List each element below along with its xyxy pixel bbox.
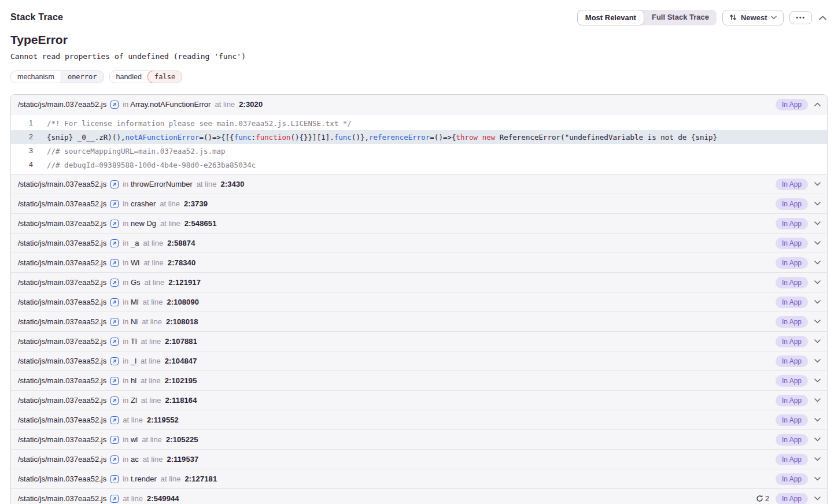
external-link-icon[interactable]	[110, 416, 119, 424]
in-label: in	[123, 357, 128, 365]
external-link-icon[interactable]	[110, 455, 119, 464]
frame-chevron-icon[interactable]	[814, 182, 821, 186]
frame-chevron-icon[interactable]	[814, 320, 821, 324]
frame-function-wrap: in Tl	[123, 337, 136, 346]
external-link-icon[interactable]	[110, 377, 119, 385]
frame-chevron-icon[interactable]	[814, 398, 821, 402]
external-link-icon[interactable]	[110, 239, 119, 247]
frame-module: /static/js/main.037eaa52.js	[18, 376, 106, 385]
external-link-icon[interactable]	[110, 357, 119, 365]
frame-header-row[interactable]: /static/js/main.037eaa52.js at line 2:11…	[11, 410, 827, 429]
at-line-label: at line	[141, 396, 161, 405]
code-token: func	[234, 133, 252, 142]
frame-chevron-icon[interactable]	[814, 202, 821, 206]
frame-header-row[interactable]: /static/js/main.037eaa52.js in throwErro…	[11, 175, 827, 194]
tag-handled[interactable]: handled false	[109, 71, 183, 83]
frame-header-row[interactable]: /static/js/main.037eaa52.js in Wi at lin…	[11, 253, 827, 272]
frame-header-row[interactable]: /static/js/main.037eaa52.js in wl at lin…	[11, 430, 827, 449]
external-link-icon[interactable]	[110, 101, 119, 109]
external-link-icon[interactable]	[110, 200, 119, 208]
frame-info: /static/js/main.037eaa52.js in ac at lin…	[18, 455, 198, 464]
external-link-icon[interactable]	[110, 180, 119, 188]
frame-info: /static/js/main.037eaa52.js in crasher a…	[18, 199, 208, 208]
line-number: 4	[11, 161, 47, 169]
stack-trace-panel: Stack Trace Most Relevant Full Stack Tra…	[0, 0, 838, 504]
frame-header-row[interactable]: /static/js/main.037eaa52.js in crasher a…	[11, 194, 827, 213]
frame-function-wrap: in Nl	[123, 317, 138, 326]
toggle-full-stack-trace[interactable]: Full Stack Trace	[644, 10, 717, 25]
frame-info: /static/js/main.037eaa52.js in throwErro…	[18, 180, 245, 188]
frame-module: /static/js/main.037eaa52.js	[18, 239, 106, 247]
external-link-icon[interactable]	[110, 338, 119, 346]
frame-header-row[interactable]: /static/js/main.037eaa52.js in t.render …	[11, 469, 827, 488]
frame-chevron-icon[interactable]	[814, 457, 821, 461]
frame-header-row[interactable]: /static/js/main.037eaa52.js in new Dg at…	[11, 214, 827, 233]
frame-function-wrap: in t.render	[123, 475, 157, 483]
external-link-icon[interactable]	[110, 396, 119, 405]
frame-function: t.render	[131, 475, 157, 483]
frame-header-row[interactable]: /static/js/main.037eaa52.js in hl at lin…	[11, 371, 827, 390]
refresh-icon	[756, 495, 763, 502]
frame-meta: 2 In App	[756, 493, 821, 504]
in-label: in	[123, 199, 128, 208]
code-token: notAFunctionError	[125, 133, 199, 142]
external-link-icon[interactable]	[110, 475, 119, 483]
more-options-button[interactable]: •••	[789, 11, 812, 24]
frame-chevron-icon[interactable]	[814, 339, 821, 343]
stack-frame: /static/js/main.037eaa52.js in Array.not…	[11, 95, 827, 174]
code-line: 4//# debugId=09389588-100d-4b4e-98d0-e26…	[11, 158, 827, 172]
code-token: {snip} _0__.zR)(),	[47, 133, 125, 142]
in-label: in	[123, 396, 128, 405]
external-link-icon[interactable]	[110, 298, 119, 306]
frame-chevron-icon[interactable]	[814, 379, 821, 383]
frame-header-row[interactable]: /static/js/main.037eaa52.js in _l at lin…	[11, 351, 827, 370]
frame-chevron-icon[interactable]	[814, 496, 821, 501]
at-line-label: at line	[143, 239, 163, 247]
frame-header-row[interactable]: /static/js/main.037eaa52.js in Tl at lin…	[11, 332, 827, 351]
frame-line: 2:105225	[166, 435, 198, 444]
in-app-badge: In App	[776, 257, 808, 269]
frame-chevron-icon[interactable]	[814, 300, 821, 304]
in-app-badge: In App	[776, 434, 808, 446]
frame-module: /static/js/main.037eaa52.js	[18, 494, 106, 503]
frame-chevron-icon[interactable]	[814, 438, 821, 442]
in-label: in	[123, 337, 128, 346]
frame-chevron-icon[interactable]	[814, 477, 821, 481]
frame-chevron-icon[interactable]	[814, 241, 821, 245]
frame-header-row[interactable]: /static/js/main.037eaa52.js in Ml at lin…	[11, 292, 827, 312]
toggle-most-relevant[interactable]: Most Relevant	[577, 10, 644, 25]
code-token: =()=>{	[430, 133, 456, 142]
frame-chevron-icon[interactable]	[814, 418, 821, 422]
frame-chevron-icon[interactable]	[814, 261, 821, 265]
in-app-badge: In App	[776, 179, 808, 190]
sort-button[interactable]: Newest	[722, 10, 784, 25]
frame-header-row[interactable]: /static/js/main.037eaa52.js in Array.not…	[11, 95, 827, 114]
frame-chevron-icon[interactable]	[814, 102, 821, 106]
tag-mechanism[interactable]: mechanism onerror	[10, 71, 104, 83]
frame-function-wrap: in Zl	[123, 396, 137, 405]
frame-chevron-icon[interactable]	[814, 221, 821, 225]
frame-info: /static/js/main.037eaa52.js in Ml at lin…	[18, 298, 199, 306]
frame-meta: In App	[776, 414, 821, 426]
frame-meta: In App	[776, 375, 821, 387]
frame-chevron-icon[interactable]	[814, 280, 821, 284]
at-line-label: at line	[143, 258, 164, 267]
frame-header-row[interactable]: /static/js/main.037eaa52.js in Nl at lin…	[11, 312, 827, 331]
external-link-icon[interactable]	[110, 220, 119, 228]
external-link-icon[interactable]	[110, 279, 119, 287]
frame-header-row[interactable]: /static/js/main.037eaa52.js in Zl at lin…	[11, 391, 827, 410]
frame-header-row[interactable]: /static/js/main.037eaa52.js in _a at lin…	[11, 234, 827, 253]
external-link-icon[interactable]	[110, 318, 119, 326]
external-link-icon[interactable]	[110, 259, 119, 267]
frame-chevron-icon[interactable]	[814, 359, 821, 363]
frame-header-row[interactable]: /static/js/main.037eaa52.js in ac at lin…	[11, 450, 827, 469]
frame-module: /static/js/main.037eaa52.js	[18, 199, 106, 208]
frame-module: /static/js/main.037eaa52.js	[18, 337, 106, 346]
frame-header-row[interactable]: /static/js/main.037eaa52.js in Gs at lin…	[11, 273, 827, 292]
in-label: in	[123, 258, 128, 267]
stack-frame: /static/js/main.037eaa52.js at line 2:11…	[11, 410, 827, 429]
external-link-icon[interactable]	[110, 436, 119, 444]
collapse-section-icon[interactable]	[818, 14, 828, 21]
external-link-icon[interactable]	[110, 495, 119, 503]
frame-header-row[interactable]: /static/js/main.037eaa52.js at line 2:54…	[11, 489, 827, 504]
